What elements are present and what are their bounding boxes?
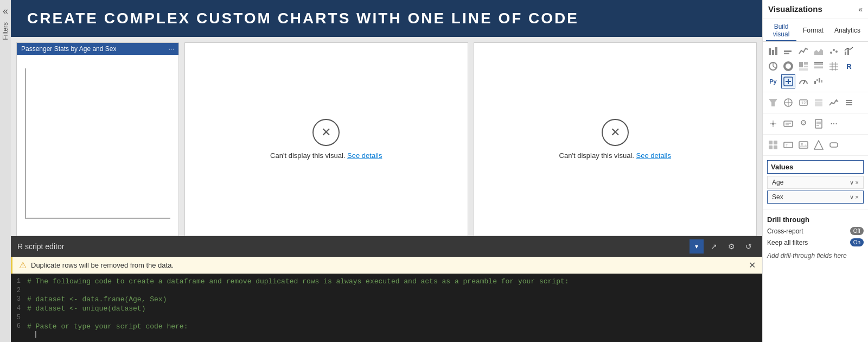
tab-analytics[interactable]: Analytics: [830, 21, 865, 41]
chart-3-error-text: Can't display this visual. See details: [559, 151, 671, 160]
area-chart-icon[interactable]: [812, 44, 826, 58]
donut-chart-icon[interactable]: [781, 59, 795, 73]
chart-1-title-bar: Passenger Stats by Age and Sex ···: [17, 43, 178, 55]
viz-header: Visualizations «: [763, 0, 868, 18]
section-divider-5: [763, 210, 868, 210]
pie-chart-icon[interactable]: [766, 59, 780, 73]
collapse-arrow-icon: «: [3, 5, 8, 17]
svg-rect-1: [772, 50, 774, 55]
chart-2-error-text: Can't display this visual. See details: [270, 151, 382, 160]
more-visuals-icon[interactable]: ···: [827, 117, 841, 131]
multirow-card-icon[interactable]: [812, 96, 826, 110]
map-icon[interactable]: [781, 96, 795, 110]
warning-bar-left: ⚠ Duplicate rows will be removed from th…: [19, 260, 174, 270]
editor-run-button[interactable]: ↗: [707, 239, 721, 254]
editor-title: R script editor: [17, 242, 64, 251]
code-line-5: 5: [11, 313, 762, 322]
chart-2-body: ✕ Can't display this visual. See details: [185, 43, 468, 236]
values-label: Values: [767, 160, 864, 174]
value-field-age-name: Age: [772, 179, 783, 186]
stacked-bar-chart-icon[interactable]: [766, 44, 780, 58]
keep-all-filters-toggle[interactable]: On: [850, 238, 864, 246]
value-field-age-controls[interactable]: ∨ ×: [850, 179, 859, 186]
svg-rect-36: [821, 80, 822, 83]
visualizations-panel: Visualizations « Build visual Format Ana…: [762, 0, 868, 342]
svg-rect-71: [830, 143, 838, 147]
svg-rect-63: [774, 141, 777, 144]
svg-rect-43: [815, 99, 822, 101]
svg-line-13: [773, 66, 776, 68]
chart-3-error-icon: ✕: [602, 119, 629, 146]
kpi-icon[interactable]: [827, 96, 841, 110]
code-line-1-content: # The following code to create a datafra…: [27, 277, 569, 286]
cross-report-toggle[interactable]: Off: [850, 227, 864, 235]
chart-3-see-details-link[interactable]: See details: [636, 151, 671, 160]
button-icon[interactable]: [827, 138, 841, 152]
chart-1-body: [17, 55, 178, 232]
editor-chevron-button[interactable]: ▾: [690, 239, 704, 254]
slicer-icon[interactable]: [842, 96, 856, 110]
chart-2-error-icon: ✕: [312, 119, 340, 146]
cross-report-toggle-value: Off: [850, 227, 864, 235]
left-collapse-panel[interactable]: « Filters: [0, 0, 11, 342]
tab-build-visual[interactable]: Build visual: [766, 21, 796, 41]
paginated-icon[interactable]: [812, 117, 826, 131]
svg-rect-21: [814, 64, 823, 65]
svg-marker-5: [814, 49, 823, 55]
r-visual-icon[interactable]: R: [842, 59, 856, 73]
svg-rect-20: [814, 62, 823, 64]
code-line-6-content: # Paste or type your script code here:: [27, 322, 188, 331]
smart-narrative-icon[interactable]: [781, 117, 795, 131]
text-box-icon[interactable]: T: [781, 138, 795, 152]
warning-bar: ⚠ Duplicate rows will be removed from th…: [11, 257, 762, 274]
editor-reset-button[interactable]: ↺: [742, 239, 756, 254]
svg-rect-16: [799, 62, 803, 67]
scatter-chart-icon[interactable]: [827, 44, 841, 58]
svg-rect-64: [769, 145, 773, 149]
header-banner: CREATE COMPLEX CUSTOM CHARTS WITH ONE LI…: [11, 0, 762, 37]
value-field-sex-controls[interactable]: ∨ ×: [850, 194, 859, 201]
shape-icon[interactable]: [812, 138, 826, 152]
svg-point-8: [835, 50, 838, 53]
chart-3-body: ✕ Can't display this visual. See details: [474, 43, 757, 236]
chart-panel-1: Passenger Stats by Age and Sex ···: [16, 42, 179, 236]
editor-settings-button[interactable]: ⚙: [724, 239, 738, 254]
svg-text:123: 123: [801, 101, 808, 105]
waterfall-icon[interactable]: [812, 74, 826, 88]
viz-collapse-button[interactable]: «: [858, 5, 863, 14]
svg-marker-70: [814, 141, 823, 149]
combo-chart-icon[interactable]: [842, 44, 856, 58]
clustered-bar-chart-icon[interactable]: [781, 44, 795, 58]
py-visual-icon[interactable]: Py: [766, 74, 780, 88]
svg-rect-65: [774, 145, 777, 149]
image-icon[interactable]: [796, 138, 810, 152]
code-line-4: 4 # dataset <- unique(dataset): [11, 304, 762, 313]
chart-type-grid: R Py: [763, 42, 868, 90]
matrix-icon[interactable]: [827, 59, 841, 73]
gauge-chart-icon[interactable]: [796, 74, 810, 88]
chart-1-menu-dots[interactable]: ···: [169, 45, 174, 53]
add-tile-icon[interactable]: [766, 138, 780, 152]
tab-format[interactable]: Format: [799, 21, 828, 41]
custom-visual-selected-icon[interactable]: [781, 74, 795, 88]
value-field-sex-name: Sex: [772, 193, 783, 201]
decomp-tree-icon[interactable]: [766, 117, 780, 131]
svg-rect-2: [775, 47, 777, 55]
line-chart-icon[interactable]: [796, 44, 810, 58]
chart-panel-3: ✕ Can't display this visual. See details: [474, 42, 757, 236]
svg-point-6: [830, 52, 832, 54]
funnel-icon[interactable]: [766, 96, 780, 110]
warning-close-button[interactable]: ✕: [749, 260, 756, 270]
section-divider-2: [763, 113, 868, 113]
chart-2-see-details-link[interactable]: See details: [347, 151, 382, 160]
value-field-age[interactable]: Age ∨ ×: [767, 176, 864, 189]
value-field-sex[interactable]: Sex ∨ ×: [767, 191, 864, 204]
code-line-3-content: # dataset <- data.frame(Age, Sex): [27, 295, 167, 303]
treemap-icon[interactable]: [796, 59, 810, 73]
qna-icon[interactable]: ?: [796, 117, 810, 131]
chart-type-grid-4: T: [763, 137, 868, 153]
code-area[interactable]: 1 # The following code to create a dataf…: [11, 274, 762, 342]
card-icon[interactable]: 123: [796, 96, 810, 110]
table-icon[interactable]: [812, 59, 826, 73]
chart-1-title: Passenger Stats by Age and Sex: [21, 45, 116, 53]
